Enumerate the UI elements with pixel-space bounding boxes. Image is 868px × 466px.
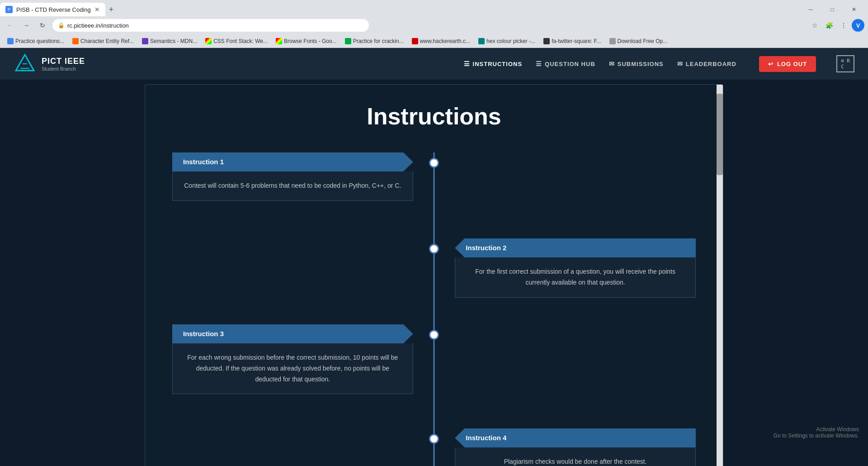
card-1-header-text: Instruction 1 [183, 158, 224, 166]
bookmark-label-10: Download Free Op... [618, 38, 668, 44]
active-tab[interactable]: P PISB - CTD Reverse Coding ✕ [0, 3, 105, 16]
timeline-dot-2 [429, 244, 439, 254]
bookmark-2[interactable]: Character Entity Ref... [69, 37, 137, 45]
card-3-body-text: For each wrong submission before the cor… [187, 354, 398, 383]
timeline-card-4: Instruction 4 Plagiarism checks would be… [455, 428, 696, 466]
bookmark-10[interactable]: Download Free Op... [606, 37, 671, 45]
bookmark-8[interactable]: hex colour picker -... [475, 37, 539, 45]
nav-leaderboard-label: LEADERBOARD [686, 61, 736, 67]
card-3-header: Instruction 3 [172, 324, 413, 343]
leaderboard-icon: ✉ [677, 60, 683, 67]
profile-button[interactable]: V [852, 19, 864, 32]
url-text: rc.pictieee.in/instruction [67, 22, 129, 29]
timeline-card-1: Instruction 1 Contest will contain 5-6 p… [172, 152, 413, 201]
bookmark-label-1: Practice questions... [15, 38, 64, 44]
tab-close-button[interactable]: ✕ [94, 6, 100, 13]
lock-icon: 🔒 [58, 22, 65, 29]
bookmark-favicon-1 [7, 38, 14, 44]
card-4-body-text: Plagiarism checks would be done after th… [504, 458, 647, 465]
bookmark-6[interactable]: Practice for crackin... [341, 37, 407, 45]
nav-instructions[interactable]: ☰ INSTRUCTIONS [464, 60, 523, 67]
bookmark-3[interactable]: Semantics - MDN... [138, 37, 201, 45]
bookmark-5[interactable]: Browse Fonts - Goo... [272, 37, 340, 45]
nav-submissions[interactable]: ✉ SUBMISSIONS [609, 60, 664, 67]
logo-svg [14, 52, 36, 75]
new-tab-button[interactable]: + [105, 5, 118, 14]
bookmark-1[interactable]: Practice questions... [4, 37, 68, 45]
bookmark-9[interactable]: fa-twitter-square: F... [540, 37, 604, 45]
question-hub-icon: ☰ [536, 60, 542, 67]
content-box: Instructions Instruction 1 Contest will … [145, 84, 723, 466]
nav-instructions-label: INSTRUCTIONS [473, 61, 523, 67]
tab-title: PISB - CTD Reverse Coding [16, 6, 91, 13]
logo-text: PICT IEEE Student Branch [42, 57, 85, 71]
bookmark-label-6: Practice for crackin... [353, 38, 404, 44]
bookmark-favicon-7 [412, 38, 418, 44]
bookmark-7[interactable]: www.hackerearth.c... [408, 37, 474, 45]
back-button[interactable]: ← [4, 19, 16, 32]
logout-icon: ↩ [768, 61, 774, 67]
address-bar[interactable]: 🔒 rc.pictieee.in/instruction [52, 19, 369, 32]
bookmark-favicon-2 [72, 38, 79, 44]
card-2-body: For the first correct submission of a qu… [455, 257, 696, 298]
card-2-header: Instruction 2 [455, 238, 696, 257]
extensions-button[interactable]: 🧩 [823, 19, 835, 32]
timeline-dot-3 [429, 330, 439, 340]
rc-text: ≡ R C [841, 58, 850, 70]
page-content: PICT IEEE Student Branch ☰ INSTRUCTIONS … [0, 48, 868, 466]
close-button[interactable]: ✕ [844, 3, 864, 16]
logout-button[interactable]: ↩ LOG OUT [759, 56, 816, 72]
bookmark-favicon-9 [543, 38, 550, 44]
bookmarks-bar: Practice questions... Character Entity R… [0, 34, 868, 48]
timeline-card-3: Instruction 3 For each wrong submission … [172, 324, 413, 394]
nav-links: ☰ INSTRUCTIONS ☰ QUESTION HUB ✉ SUBMISSI… [464, 55, 854, 72]
scrollbar[interactable] [717, 85, 723, 466]
rc-logo: ≡ R C [836, 55, 854, 72]
toolbar-icons: ☆ 🧩 ⋮ V [808, 19, 864, 32]
more-tools-button[interactable]: ⋮ [837, 19, 850, 32]
nav-leaderboard[interactable]: ✉ LEADERBOARD [677, 60, 736, 67]
card-1-header: Instruction 1 [172, 152, 413, 171]
card-3-body: For each wrong submission before the cor… [172, 343, 413, 394]
logo-icon [14, 52, 36, 75]
card-2-body-text: For the first correct submission of a qu… [475, 268, 675, 286]
card-4-header: Instruction 4 [455, 428, 696, 447]
tab-bar: P PISB - CTD Reverse Coding ✕ + ─ □ ✕ [0, 0, 868, 16]
submissions-icon: ✉ [609, 60, 615, 67]
bookmark-label-8: hex colour picker -... [486, 38, 535, 44]
logo-sub: Student Branch [42, 66, 85, 71]
bookmark-favicon-4 [205, 38, 212, 44]
address-bar-row: ← → ↻ 🔒 rc.pictieee.in/instruction ☆ 🧩 ⋮… [0, 16, 868, 34]
nav-question-hub[interactable]: ☰ QUESTION HUB [536, 60, 595, 67]
window-controls: ─ □ ✕ [800, 3, 868, 16]
card-2-header-text: Instruction 2 [466, 244, 506, 252]
maximize-button[interactable]: □ [822, 3, 843, 16]
refresh-button[interactable]: ↻ [36, 19, 49, 32]
bookmark-favicon-10 [609, 38, 616, 44]
nav-submissions-label: SUBMISSIONS [618, 61, 664, 67]
bookmark-label-4: CSS Font Stack: We... [213, 38, 268, 44]
logout-label: LOG OUT [777, 61, 807, 67]
card-1-body: Contest will contain 5-6 problems that n… [172, 171, 413, 201]
bookmark-label-7: www.hackerearth.c... [420, 38, 470, 44]
bookmark-favicon-6 [345, 38, 351, 44]
bookmark-4[interactable]: CSS Font Stack: We... [202, 37, 271, 45]
card-1-body-text: Contest will contain 5-6 problems that n… [184, 182, 401, 189]
page-title: Instructions [172, 103, 696, 130]
main-area: Instructions Instruction 1 Contest will … [118, 80, 750, 466]
timeline-dot-4 [429, 434, 439, 444]
instructions-icon: ☰ [464, 60, 470, 67]
bookmark-label-5: Browse Fonts - Goo... [284, 38, 337, 44]
logo-name: PICT IEEE [42, 57, 85, 66]
bookmark-favicon-8 [478, 38, 485, 44]
forward-button[interactable]: → [20, 19, 33, 32]
scrollbar-thumb[interactable] [717, 94, 723, 175]
minimize-button[interactable]: ─ [800, 3, 821, 16]
tab-favicon: P [5, 6, 13, 13]
timeline-container: Instruction 1 Contest will contain 5-6 p… [172, 152, 696, 466]
navbar: PICT IEEE Student Branch ☰ INSTRUCTIONS … [0, 48, 868, 80]
bookmark-star-button[interactable]: ☆ [808, 19, 821, 32]
bookmark-label-3: Semantics - MDN... [150, 38, 197, 44]
profile-initial: V [856, 22, 860, 29]
card-3-header-text: Instruction 3 [183, 330, 224, 338]
